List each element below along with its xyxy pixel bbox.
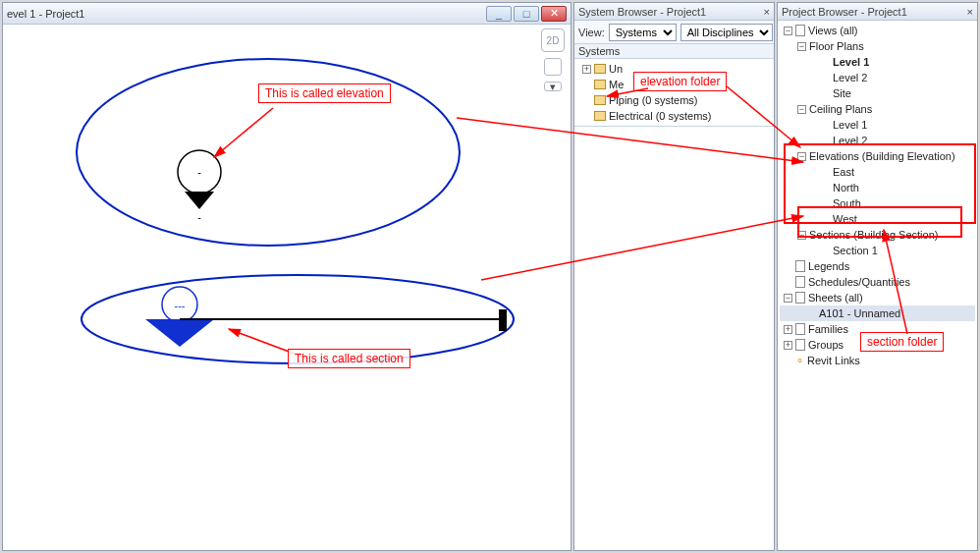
document-icon [795,292,805,304]
system-browser-tree[interactable]: +UnMePiping (0 systems)Electrical (0 sys… [574,59,774,127]
nav-icon[interactable] [544,58,562,76]
tree-spacer [821,89,830,98]
view-select[interactable]: Systems [609,24,677,41]
tree-item-label: Un [609,63,623,75]
project-tree-item[interactable]: Legends [780,258,975,274]
document-icon [795,339,805,351]
svg-text:---: --- [175,300,186,311]
project-tree-item[interactable]: Schedules/Quantities [780,274,975,290]
tree-item-label: Level 2 [833,135,867,146]
tree-item-label: Views (all) [808,25,858,36]
svg-text:-: - [197,166,201,178]
project-tree-item[interactable]: Level 2 [780,70,975,85]
project-browser-close-icon[interactable]: × [967,6,973,18]
project-tree-item[interactable]: −Floor Plans [780,38,975,54]
tree-spacer [784,262,792,271]
system-browser-close-icon[interactable]: × [764,6,770,18]
svg-point-3 [162,287,197,322]
project-tree-item[interactable]: South [780,195,975,211]
project-tree-item[interactable]: −Sections (Building Section) [780,227,975,243]
collapse-icon[interactable]: − [797,231,806,240]
tree-item-label: Electrical (0 systems) [609,110,712,122]
minimize-button[interactable]: _ [486,6,512,22]
tree-item-label: Families [808,323,848,335]
project-tree-item[interactable]: Level 2 [780,133,975,148]
tree-spacer [582,96,591,105]
tree-item-label: Sections (Building Section) [809,229,938,241]
viewport-window: evel 1 - Project1 _ □ ✕ 2D ▾ - - [2,2,572,551]
maximize-button[interactable]: □ [514,6,539,22]
collapse-icon[interactable]: − [797,105,806,114]
drawing-canvas[interactable]: 2D ▾ - - --- [3,25,571,550]
tree-item-label: Level 2 [833,72,867,83]
viewport-title: evel 1 - Project1 [7,8,84,20]
canvas-graphics: - - --- [3,25,568,550]
project-tree-item[interactable]: North [780,180,975,195]
tree-item-label: Sheets (all) [808,292,863,304]
project-tree-item[interactable]: −Ceiling Plans [780,101,975,117]
tree-spacer [582,112,591,121]
tree-spacer [821,137,830,145]
annotation-elevation-label: This is called elevation [258,83,391,103]
system-browser-title[interactable]: System Browser - Project1 × [574,3,774,21]
svg-line-7 [214,108,273,157]
annotation-section-folder: section folder [860,332,944,352]
tree-item-label: Level 1 [833,119,867,131]
discipline-select[interactable]: All Disciplines [681,24,773,41]
project-tree-item[interactable]: Level 1 [780,54,975,70]
close-button[interactable]: ✕ [541,6,567,22]
document-icon [795,25,805,36]
project-tree-item[interactable]: Site [780,85,975,101]
link-icon: ⚬ [795,355,804,367]
tree-item-label: West [833,213,857,225]
tree-item-label: South [833,197,861,209]
tree-spacer [821,199,830,208]
project-tree-item[interactable]: A101 - Unnamed [780,305,975,321]
tree-item-label: Site [833,87,851,99]
view-label: View: [578,27,605,38]
tree-spacer [821,74,830,83]
collapse-icon[interactable]: − [784,294,792,303]
tree-item-label: Piping (0 systems) [609,94,697,106]
project-tree-item[interactable]: West [780,211,975,227]
svg-rect-5 [499,309,507,331]
project-browser-tree[interactable]: −Views (all)−Floor PlansLevel 1Level 2Si… [778,21,977,370]
system-tree-item[interactable]: Electrical (0 systems) [576,108,772,124]
elevation-marker-icon: - - [178,150,221,223]
viewcube-2d-icon[interactable]: 2D [541,28,565,52]
folder-icon [594,111,606,121]
collapse-icon[interactable]: − [797,152,806,161]
viewport-titlebar[interactable]: evel 1 - Project1 _ □ ✕ [3,3,571,25]
collapse-icon[interactable]: − [784,27,792,35]
svg-text:-: - [197,211,201,223]
systems-header: Systems [574,44,774,59]
project-tree-item[interactable]: −Sheets (all) [780,290,975,305]
collapse-icon[interactable]: − [797,42,806,51]
window-controls: _ □ ✕ [486,6,567,22]
project-tree-item[interactable]: ⚬Revit Links [780,353,975,368]
project-browser-panel: Project Browser - Project1 × −Views (all… [777,2,978,551]
system-browser-toolbar: View: Systems All Disciplines [574,21,774,44]
expand-icon[interactable]: + [784,341,792,350]
project-tree-item[interactable]: Level 1 [780,117,975,133]
tree-item-label: Legends [808,260,849,272]
nav-expand-icon[interactable]: ▾ [544,82,562,91]
tree-item-label: North [833,182,859,194]
project-browser-title-text: Project Browser - Project1 [782,6,907,18]
expand-icon[interactable]: + [784,325,792,334]
tree-item-label: Revit Links [807,355,860,366]
project-tree-item[interactable]: −Elevations (Building Elevation) [780,148,975,164]
tree-item-label: Ceiling Plans [809,103,872,115]
expand-icon[interactable]: + [582,65,591,74]
tree-spacer [821,121,830,130]
tree-spacer [784,357,792,365]
tree-item-label: Groups [808,339,844,351]
tree-spacer [821,184,830,193]
project-tree-item[interactable]: Section 1 [780,243,975,258]
folder-icon [594,80,606,89]
project-browser-title[interactable]: Project Browser - Project1 × [778,3,977,21]
project-tree-item[interactable]: −Views (all) [780,23,975,38]
system-tree-item[interactable]: Piping (0 systems) [576,92,772,108]
project-tree-item[interactable]: East [780,164,975,180]
document-icon [795,276,805,288]
